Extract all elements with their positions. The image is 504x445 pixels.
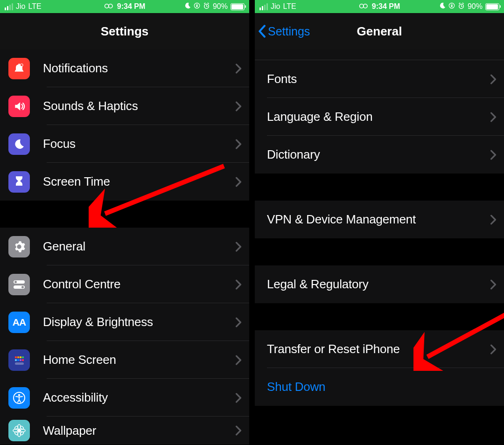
chevron-right-icon	[490, 344, 497, 355]
svg-rect-15	[22, 356, 24, 358]
signal-bars-icon	[5, 3, 13, 10]
svg-point-22	[18, 394, 20, 396]
battery-icon	[231, 3, 245, 10]
phone-left-settings: Jio LTE 9:34 PM 90%	[0, 0, 249, 445]
back-button[interactable]: Settings	[255, 25, 310, 38]
chevron-right-icon	[235, 101, 242, 111]
chevron-right-icon	[235, 393, 242, 403]
svg-rect-16	[15, 359, 17, 361]
general-group-1: Fonts Language & Region Dictionary	[255, 60, 504, 174]
row-notifications[interactable]: Notifications	[0, 49, 249, 87]
row-label: Screen Time	[43, 174, 235, 189]
toggles-icon	[8, 274, 30, 295]
row-transfer-reset[interactable]: Transfer or Reset iPhone	[255, 330, 504, 368]
chevron-right-icon	[235, 279, 242, 290]
svg-point-34	[364, 4, 367, 8]
svg-point-28	[14, 425, 18, 430]
row-label: Shut Down	[267, 380, 497, 394]
row-home-screen[interactable]: Home Screen	[0, 341, 249, 379]
hourglass-icon	[8, 171, 30, 193]
clock-label: 9:34 PM	[117, 2, 145, 11]
row-label: Dictionary	[267, 147, 490, 162]
row-legal-regulatory[interactable]: Legal & Regulatory	[255, 265, 504, 303]
row-label: Home Screen	[43, 353, 235, 367]
back-label: Settings	[268, 25, 310, 38]
row-screen-time[interactable]: Screen Time	[0, 163, 249, 201]
row-label: Accessibility	[43, 390, 235, 405]
battery-pct-label: 90%	[468, 2, 483, 11]
general-group-4: Transfer or Reset iPhone Shut Down	[255, 330, 504, 406]
row-sounds-haptics[interactable]: Sounds & Haptics	[0, 87, 249, 125]
row-wallpaper[interactable]: Wallpaper	[0, 417, 249, 445]
chevron-right-icon	[235, 355, 242, 365]
section-gap	[255, 238, 504, 265]
status-bar: Jio LTE 9:34 PM 90%	[255, 0, 504, 13]
section-gap	[255, 406, 504, 445]
svg-point-30	[14, 431, 18, 435]
row-focus[interactable]: Focus	[0, 125, 249, 163]
section-gap	[255, 174, 504, 201]
row-label: Sounds & Haptics	[43, 99, 235, 113]
row-display-brightness[interactable]: AA Display & Brightness	[0, 303, 249, 341]
row-accessibility[interactable]: Accessibility	[0, 379, 249, 417]
row-label: Transfer or Reset iPhone	[267, 342, 490, 356]
general-group-3: Legal & Regulatory	[255, 265, 504, 303]
signal-bars-icon	[259, 3, 268, 10]
row-label: General	[43, 239, 235, 254]
row-shut-down[interactable]: Shut Down	[255, 368, 504, 406]
chevron-right-icon	[490, 112, 497, 122]
speaker-icon	[8, 96, 30, 117]
settings-section-2: General Control Centre AA Display & Brig…	[0, 228, 249, 445]
chevron-right-icon	[235, 177, 242, 187]
svg-rect-19	[22, 359, 24, 361]
clock-label: 9:34 PM	[372, 2, 400, 11]
row-label: Language & Region	[267, 110, 490, 124]
chevron-right-icon	[235, 139, 242, 149]
row-general[interactable]: General	[0, 228, 249, 265]
svg-point-29	[20, 425, 24, 430]
moon-icon	[439, 2, 446, 11]
svg-rect-14	[20, 356, 21, 358]
row-label: Notifications	[43, 61, 235, 76]
battery-icon	[485, 3, 499, 10]
svg-rect-12	[15, 356, 17, 358]
chevron-left-icon	[258, 25, 266, 38]
chevron-right-icon	[490, 215, 497, 225]
row-label: VPN & Device Management	[267, 212, 490, 227]
hotspot-icon	[104, 2, 113, 11]
page-title: Settings	[0, 24, 249, 39]
row-fonts[interactable]: Fonts	[255, 60, 504, 98]
row-dictionary[interactable]: Dictionary	[255, 136, 504, 174]
row-label: Fonts	[267, 72, 490, 86]
alarm-icon	[458, 2, 465, 11]
svg-rect-18	[20, 359, 21, 361]
row-vpn-device-management[interactable]: VPN & Device Management	[255, 201, 504, 238]
network-label: LTE	[283, 2, 296, 11]
svg-point-6	[21, 64, 22, 66]
row-label: Wallpaper	[43, 424, 235, 438]
app-grid-icon	[8, 349, 30, 371]
bell-icon	[8, 58, 30, 79]
svg-point-8	[14, 281, 17, 283]
status-bar: Jio LTE 9:34 PM 90%	[0, 0, 249, 13]
clipped-row	[255, 49, 504, 60]
svg-rect-13	[17, 356, 19, 358]
svg-rect-17	[17, 359, 19, 361]
svg-point-1	[109, 4, 112, 8]
nav-header: Settings	[0, 13, 249, 49]
svg-rect-36	[451, 5, 453, 7]
svg-point-0	[105, 4, 109, 8]
carrier-label: Jio	[16, 2, 25, 11]
svg-point-10	[21, 286, 24, 288]
network-label: LTE	[28, 2, 41, 11]
battery-pct-label: 90%	[213, 2, 228, 11]
svg-rect-3	[196, 5, 198, 7]
settings-section-1: Notifications Sounds & Haptics Focus	[0, 49, 249, 201]
row-language-region[interactable]: Language & Region	[255, 98, 504, 136]
section-gap	[0, 201, 249, 228]
moon-icon	[184, 2, 191, 11]
row-control-centre[interactable]: Control Centre	[0, 265, 249, 303]
accessibility-icon	[8, 387, 30, 409]
hotspot-icon	[359, 2, 368, 11]
svg-rect-20	[15, 362, 24, 365]
